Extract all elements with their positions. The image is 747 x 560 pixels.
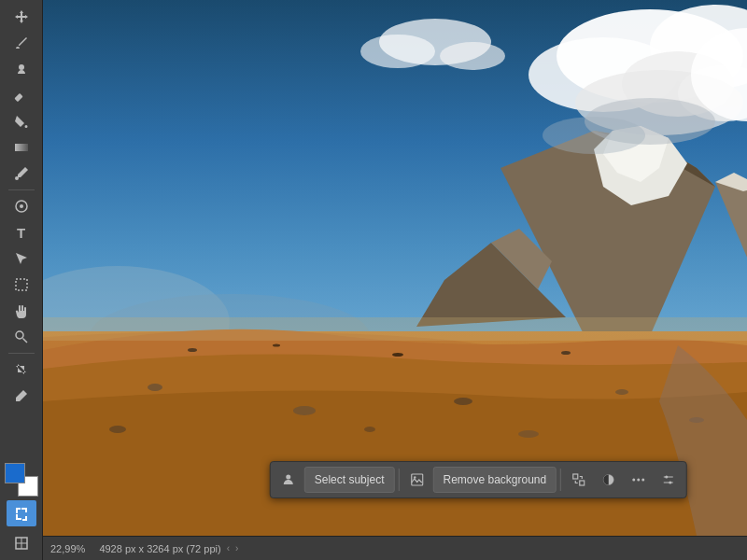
svg-point-27	[293, 406, 316, 415]
svg-point-28	[454, 398, 472, 405]
status-bar: 22,99% 4928 px x 3264 px (72 ppi) ‹ ›	[43, 536, 747, 560]
healing-tool[interactable]	[7, 193, 36, 219]
foreground-color-swatch[interactable]	[5, 463, 25, 483]
photo-canvas	[43, 0, 747, 536]
eraser-tool[interactable]	[7, 82, 36, 108]
person-icon-btn[interactable]	[275, 466, 303, 494]
next-arrow[interactable]: ›	[235, 543, 238, 553]
svg-point-32	[518, 430, 539, 438]
toolbar-separator-2	[8, 353, 35, 354]
svg-rect-6	[16, 279, 27, 290]
left-toolbar: T	[0, 0, 43, 560]
more-options-icon-btn[interactable]	[625, 466, 653, 494]
svg-point-50	[273, 344, 280, 347]
svg-rect-46	[43, 317, 747, 341]
pen-tool[interactable]	[7, 383, 36, 409]
transform-tool[interactable]	[7, 500, 36, 526]
settings-sliders-icon-btn[interactable]	[655, 466, 683, 494]
svg-point-58	[638, 479, 641, 482]
remove-background-label: Remove background	[443, 473, 546, 486]
stamp-tool[interactable]	[7, 56, 36, 82]
svg-point-26	[148, 384, 162, 391]
svg-point-3	[15, 176, 19, 180]
eyedropper-tool[interactable]	[7, 161, 36, 187]
canvas-area: Select subject Remove background	[43, 0, 747, 536]
toolbar-separator-1	[8, 189, 35, 190]
svg-point-30	[364, 427, 375, 432]
status-separator	[91, 543, 93, 554]
circle-half-icon-btn[interactable]	[595, 466, 623, 494]
floating-toolbar: Select subject Remove background	[270, 461, 687, 498]
crop-tool[interactable]	[7, 357, 36, 383]
gradient-tool[interactable]	[7, 134, 36, 161]
svg-point-31	[109, 426, 126, 433]
image-dimensions: 4928 px x 3264 px (72 ppi)	[99, 543, 220, 554]
rect-select-tool[interactable]	[7, 272, 36, 298]
image-icon-btn[interactable]	[402, 466, 430, 494]
transform-icon-btn[interactable]	[565, 466, 593, 494]
selection-arrow-tool[interactable]	[7, 245, 36, 272]
svg-line-8	[22, 339, 27, 343]
svg-point-29	[615, 389, 628, 395]
float-divider-1	[398, 469, 399, 491]
svg-point-61	[666, 476, 669, 479]
svg-point-43	[440, 42, 505, 70]
svg-point-59	[642, 479, 645, 482]
svg-rect-54	[573, 474, 578, 479]
slice-tool[interactable]	[7, 530, 36, 556]
brush-tool[interactable]	[7, 30, 36, 56]
remove-background-button[interactable]: Remove background	[432, 467, 557, 493]
svg-point-42	[360, 35, 435, 68]
svg-point-53	[414, 476, 416, 478]
zoom-tool[interactable]	[7, 324, 36, 350]
svg-point-57	[633, 479, 636, 482]
text-tool[interactable]: T	[7, 219, 36, 245]
paint-bucket-tool[interactable]	[7, 108, 36, 134]
zoom-level: 22,99%	[50, 543, 85, 554]
svg-rect-55	[580, 481, 585, 485]
svg-point-5	[20, 204, 23, 208]
svg-point-7	[16, 331, 23, 339]
svg-rect-2	[15, 144, 28, 151]
svg-point-0	[19, 64, 24, 70]
select-subject-button[interactable]: Select subject	[304, 467, 395, 493]
svg-point-63	[669, 482, 672, 484]
svg-point-47	[188, 348, 197, 352]
select-subject-label: Select subject	[315, 473, 385, 486]
prev-arrow[interactable]: ‹	[227, 543, 230, 553]
svg-point-49	[561, 351, 571, 355]
svg-rect-1	[14, 93, 22, 102]
svg-point-45	[543, 117, 645, 154]
hand-tool[interactable]	[7, 298, 36, 324]
float-divider-2	[560, 469, 561, 491]
svg-point-48	[392, 353, 403, 357]
move-tool[interactable]	[7, 4, 36, 30]
svg-point-51	[286, 475, 290, 480]
color-swatches[interactable]	[5, 463, 38, 497]
